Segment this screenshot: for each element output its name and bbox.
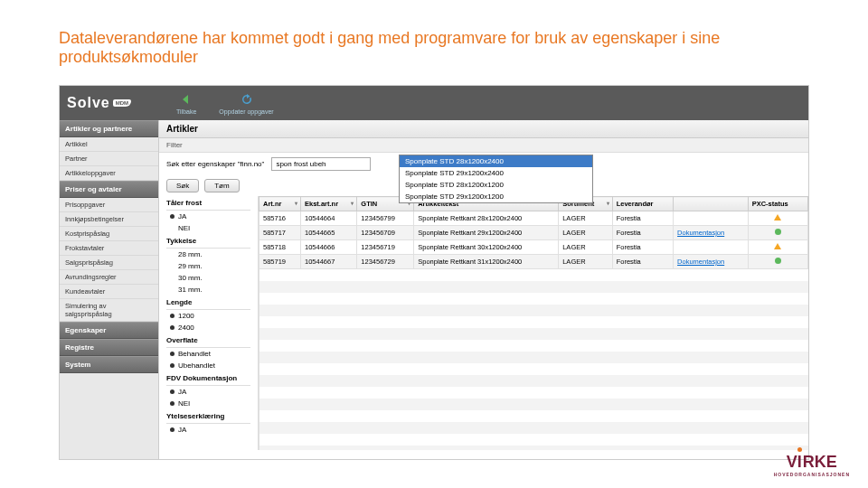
sidebar-section[interactable]: Registre	[60, 339, 158, 356]
table-row[interactable]: 58571910544667123456729Sponplate Rettkan…	[259, 255, 808, 269]
main-area: Artikler og partnere Artikkel Partner Ar…	[60, 120, 808, 459]
app-logo: Solve MDM	[67, 95, 131, 111]
dropdown-item[interactable]: Sponplate STD 29x1200x2400	[400, 167, 592, 179]
clear-button[interactable]: Tøm	[204, 179, 239, 192]
filter-head-ytelse: Ytelseserklæring	[166, 409, 250, 424]
filter-head-length: Lengde	[166, 296, 250, 310]
filter-opt[interactable]: JA	[166, 211, 250, 222]
slide-title: Dataleverandørene har kommet godt i gang…	[0, 0, 868, 85]
sidebar-item[interactable]: Artikkeloppgaver	[60, 166, 158, 181]
sidebar-item[interactable]: Salgsprispåslag	[60, 256, 158, 270]
sidebar-item[interactable]: Kostprispåslag	[60, 227, 158, 241]
top-actions: Tilbake Oppdater oppgaver	[176, 92, 274, 115]
filter-opt[interactable]: Ubehandlet	[166, 360, 250, 371]
refresh-action[interactable]: Oppdater oppgaver	[219, 92, 273, 115]
sidebar-section[interactable]: Artikler og partnere	[60, 120, 158, 137]
logo-badge: MDM	[113, 99, 131, 107]
data-area: Art.nr▾ Ekst.art.nr▾ GTIN▾ Artikkeltekst…	[259, 196, 808, 450]
refresh-icon	[240, 92, 254, 107]
col-lev[interactable]: Leverandør	[612, 197, 673, 211]
filter-head-thickness: Tykkelse	[166, 234, 250, 249]
sidebar-item[interactable]: Prisoppgaver	[60, 198, 158, 212]
dropdown-item[interactable]: Sponplate STD 29x1200x1200	[400, 191, 592, 202]
doc-link[interactable]: Dokumentasjon	[677, 229, 724, 237]
sidebar-item[interactable]: Avrundingsregler	[60, 270, 158, 285]
sidebar-section[interactable]: Egenskaper	[60, 322, 158, 339]
search-button[interactable]: Søk	[166, 179, 199, 192]
filter-head-frost: Tåler frost	[166, 196, 250, 211]
table-row[interactable]: 58571610544664123456799Sponplate Rettkan…	[259, 211, 808, 226]
sort-icon: ▾	[295, 200, 297, 206]
table-row[interactable]: 58571710544665123456709Sponplate Rettkan…	[259, 226, 808, 240]
virke-logo: VIRKE HOVEDORGANISASJONEN	[774, 453, 850, 477]
two-col: Tåler frost JA NEI Tykkelse 28 mm. 29 mm…	[159, 196, 808, 450]
empty-rows	[259, 269, 808, 450]
filter-opt[interactable]: 29 mm.	[166, 260, 250, 272]
doc-link[interactable]: Dokumentasjon	[677, 258, 724, 266]
sidebar-item[interactable]: Simulering av salgsprispåslag	[60, 299, 158, 322]
logo-text: Solve	[67, 95, 110, 111]
search-input[interactable]	[271, 157, 371, 171]
dropdown-item[interactable]: Sponplate STD 28x1200x2400	[400, 155, 592, 167]
table-row[interactable]: 58571810544666123456719Sponplate Rettkan…	[259, 240, 808, 255]
filter-opt[interactable]: NEI	[166, 222, 250, 234]
filter-opt[interactable]: 31 mm.	[166, 284, 250, 296]
back-action[interactable]: Tilbake	[176, 92, 196, 115]
back-arrow-icon	[179, 92, 193, 107]
content-header: Artikler	[159, 120, 808, 138]
col-doc[interactable]	[674, 197, 749, 211]
sidebar-item[interactable]: Artikkel	[60, 137, 158, 152]
sidebar-item[interactable]: Partner	[60, 152, 158, 166]
sidebar-item[interactable]: Frokstavtaler	[60, 241, 158, 256]
search-label: Søk etter egenskaper "finn.no"	[166, 160, 264, 168]
sidebar-item[interactable]: Kundeavtaler	[60, 285, 158, 299]
col-artnr[interactable]: Art.nr▾	[259, 197, 301, 211]
filter-opt[interactable]: 2400	[166, 322, 250, 333]
filter-head-fdv: FDV Dokumentasjon	[166, 371, 250, 386]
refresh-label: Oppdater oppgaver	[219, 108, 273, 115]
article-table: Art.nr▾ Ekst.art.nr▾ GTIN▾ Artikkeltekst…	[259, 196, 808, 269]
sidebar-section[interactable]: Priser og avtaler	[60, 181, 158, 198]
content-panel: Artikler Filter Søk etter egenskaper "fi…	[159, 120, 808, 459]
filter-opt[interactable]: NEI	[166, 398, 250, 409]
search-row: Søk etter egenskaper "finn.no" Sponplate…	[159, 153, 808, 175]
filter-opt[interactable]: Behandlet	[166, 348, 250, 360]
topbar: Solve MDM Tilbake Oppdater oppgaver	[60, 86, 808, 120]
left-filters: Tåler frost JA NEI Tykkelse 28 mm. 29 mm…	[159, 196, 259, 450]
col-ekst[interactable]: Ekst.art.nr▾	[300, 197, 356, 211]
search-dropdown[interactable]: Sponplate STD 28x1200x2400 Sponplate STD…	[399, 155, 593, 203]
sidebar-section[interactable]: System	[60, 356, 158, 373]
filter-opt[interactable]: JA	[166, 424, 250, 436]
sidebar-item[interactable]: Innkjøpsbetingelser	[60, 212, 158, 227]
virke-text: VIRKE	[787, 453, 837, 472]
sort-icon: ▾	[607, 200, 609, 206]
filter-opt[interactable]: 30 mm.	[166, 272, 250, 284]
filter-opt[interactable]: JA	[166, 386, 250, 398]
sort-icon: ▾	[351, 200, 354, 206]
col-pxc[interactable]: PXC-status	[748, 197, 807, 211]
filter-head-surface: Overflate	[166, 333, 250, 348]
sidebar: Artikler og partnere Artikkel Partner Ar…	[60, 120, 159, 459]
virke-subtitle: HOVEDORGANISASJONEN	[774, 472, 850, 477]
back-label: Tilbake	[176, 108, 196, 115]
application-window: Solve MDM Tilbake Oppdater oppgaver Arti…	[59, 85, 809, 460]
filter-bar: Filter	[159, 138, 808, 153]
filter-opt[interactable]: 28 mm.	[166, 249, 250, 260]
filter-opt[interactable]: 1200	[166, 310, 250, 322]
dropdown-item[interactable]: Sponplate STD 28x1200x1200	[400, 179, 592, 191]
